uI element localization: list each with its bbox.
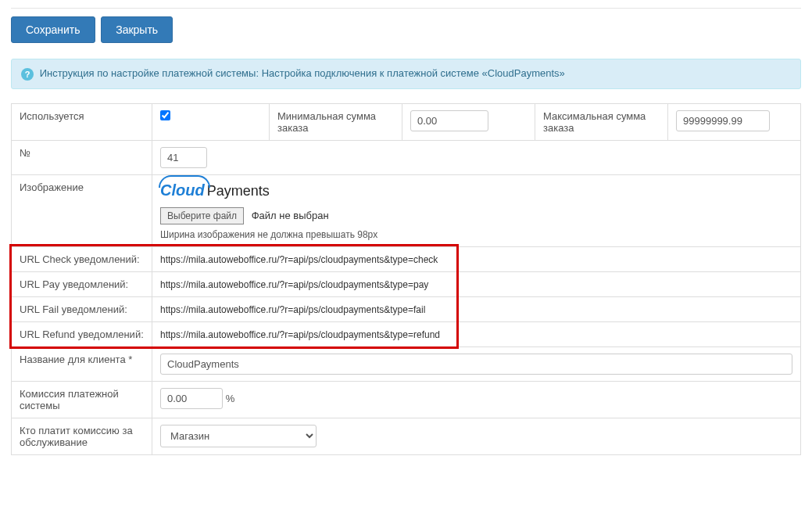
close-button[interactable]: Закрыть [101, 16, 173, 43]
form-wrapper: Используется Минимальная сумма заказа Ма… [11, 103, 801, 455]
choose-file-button[interactable]: Выберите файл [160, 207, 244, 224]
settings-table: Используется Минимальная сумма заказа Ма… [11, 103, 801, 455]
url-pay-label: URL Pay уведомлений: [12, 271, 152, 296]
url-fail-value: https://mila.autoweboffice.ru/?r=api/ps/… [160, 304, 425, 315]
file-status: Файл не выбран [252, 210, 329, 221]
max-order-input[interactable] [676, 110, 770, 131]
url-pay-value: https://mila.autoweboffice.ru/?r=api/ps/… [160, 279, 428, 290]
info-banner: ? Инструкция по настройке платежной сист… [11, 59, 801, 89]
logo-cloud-text: Cloud [160, 181, 205, 199]
image-hint: Ширина изображения не должна превышать 9… [160, 229, 792, 240]
save-button[interactable]: Сохранить [11, 16, 95, 43]
payment-logo: CloudPayments [160, 181, 792, 199]
url-refund-value: https://mila.autoweboffice.ru/?r=api/ps/… [160, 329, 440, 340]
url-fail-label: URL Fail уведомлений: [12, 296, 152, 321]
commission-input[interactable] [160, 388, 223, 409]
payer-label: Кто платит комиссию за обслуживание [12, 418, 152, 454]
info-link[interactable]: Настройка подключения к платежной систем… [262, 67, 565, 79]
help-icon: ? [21, 68, 34, 81]
number-label: № [12, 140, 152, 174]
image-label: Изображение [12, 174, 152, 246]
min-order-input[interactable] [410, 110, 488, 131]
number-input[interactable] [160, 147, 207, 168]
min-order-label: Минимальная сумма заказа [270, 103, 402, 140]
url-check-value: https://mila.autoweboffice.ru/?r=api/ps/… [160, 254, 438, 265]
action-bar: Сохранить Закрыть [11, 8, 801, 43]
used-label: Используется [12, 103, 152, 140]
url-check-label: URL Check уведомлений: [12, 246, 152, 271]
client-name-input[interactable] [160, 354, 792, 375]
used-checkbox[interactable] [160, 110, 170, 120]
logo-payments-text: Payments [207, 183, 270, 199]
payer-select[interactable]: Магазин [160, 425, 317, 447]
url-refund-label: URL Refund уведомлений: [12, 321, 152, 346]
client-name-label: Название для клиента * [12, 346, 152, 381]
info-prefix: Инструкция по настройке платежной систем… [40, 67, 259, 79]
commission-suffix: % [226, 393, 235, 404]
commission-label: Комиссия платежной системы [12, 381, 152, 418]
max-order-label: Максимальная сумма заказа [535, 103, 668, 140]
